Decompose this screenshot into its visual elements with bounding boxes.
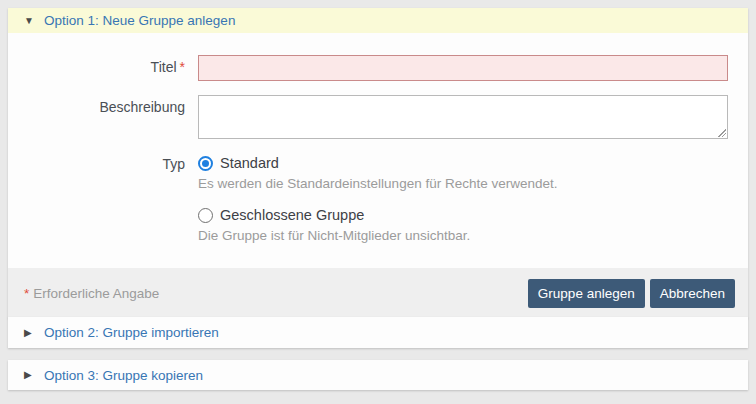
description-label: Beschreibung [8, 95, 198, 115]
radio-standard-label: Standard [220, 155, 279, 171]
accordion-header-option3[interactable]: ▶ Option 3: Gruppe kopieren [8, 360, 748, 390]
required-note-marker: * [24, 286, 29, 301]
radio-closed-group-label: Geschlossene Gruppe [220, 207, 364, 223]
accordion-panel-option1: ▼ Option 1: Neue Gruppe anlegen Titel* B… [8, 8, 748, 318]
create-group-form: Titel* Beschreibung Typ [8, 33, 748, 268]
title-label-text: Titel [151, 59, 177, 75]
accordion-panel-option2: ▶ Option 2: Gruppe importieren [8, 317, 748, 348]
create-group-button[interactable]: Gruppe anlegen [528, 279, 645, 308]
type-option-standard: Standard Es werden die Standardeinstellu… [198, 155, 735, 191]
textarea-resize-handle-icon[interactable] [717, 128, 726, 137]
type-option-closed: Geschlossene Gruppe Die Gruppe ist für N… [198, 207, 735, 243]
title-required-marker: * [180, 59, 185, 75]
cancel-button[interactable]: Abbrechen [650, 279, 735, 308]
caret-right-icon: ▶ [24, 370, 44, 380]
radio-closed-group-help: Die Gruppe ist für Nicht-Mitglieder unsi… [198, 228, 735, 243]
radio-closed-group[interactable]: Geschlossene Gruppe [198, 207, 735, 223]
accordion-title-option3: Option 3: Gruppe kopieren [44, 368, 203, 383]
radio-selected-icon[interactable] [198, 156, 213, 171]
form-footer: *Erforderliche Angabe Gruppe anlegen Abb… [8, 268, 748, 318]
accordion-header-option2[interactable]: ▶ Option 2: Gruppe importieren [8, 317, 748, 348]
required-note: *Erforderliche Angabe [24, 286, 159, 301]
accordion-panel-option3: ▶ Option 3: Gruppe kopieren [8, 360, 748, 390]
radio-standard[interactable]: Standard [198, 155, 735, 171]
accordion-title-option2: Option 2: Gruppe importieren [44, 325, 219, 340]
accordion-title-option1: Option 1: Neue Gruppe anlegen [44, 13, 235, 28]
description-row: Beschreibung [8, 95, 748, 139]
title-input[interactable] [198, 55, 728, 81]
caret-down-icon: ▼ [24, 16, 44, 26]
type-row: Typ Standard Es werden die Standardeinst… [8, 155, 748, 249]
type-label: Typ [8, 155, 198, 172]
page: ▼ Option 1: Neue Gruppe anlegen Titel* B… [0, 0, 756, 404]
radio-standard-help: Es werden die Standardeinstellungen für … [198, 176, 735, 191]
accordion-header-option1[interactable]: ▼ Option 1: Neue Gruppe anlegen [8, 8, 748, 33]
description-textarea[interactable] [198, 95, 728, 139]
title-row: Titel* [8, 55, 748, 81]
radio-unselected-icon[interactable] [198, 208, 213, 223]
title-label: Titel* [8, 55, 198, 75]
required-note-text: Erforderliche Angabe [33, 286, 159, 301]
caret-right-icon: ▶ [24, 328, 44, 338]
